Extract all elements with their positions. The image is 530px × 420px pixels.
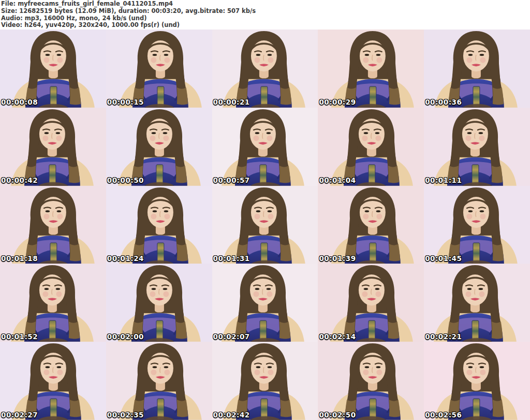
- timestamp-overlay: 00:00:29: [319, 99, 356, 106]
- person-figure: [435, 31, 518, 108]
- eye-left: [46, 210, 50, 212]
- webcam-frame-illustration: [0, 108, 106, 186]
- video-thumbnail: 00:00:42: [0, 108, 106, 186]
- timestamp-overlay: 00:02:50: [319, 412, 356, 419]
- cheek-right: [267, 292, 272, 297]
- hair-tips-right: [69, 322, 80, 339]
- cheek-left: [253, 135, 259, 141]
- timestamp-overlay: 00:01:04: [319, 177, 356, 184]
- video-thumbnail: 00:02:07: [212, 264, 318, 342]
- timestamp-overlay: 00:00:42: [1, 177, 38, 184]
- thumbnail-grid: 00:00:08: [0, 30, 530, 420]
- cheek-right: [377, 57, 382, 63]
- hair-tips-right: [492, 166, 503, 183]
- webcam-frame-illustration: [318, 264, 424, 342]
- person-figure: [330, 109, 413, 186]
- cheek-left: [363, 370, 369, 375]
- person-figure: [434, 109, 517, 186]
- media-info-header: File: myfreecams_fruits_girl_female_0411…: [0, 0, 530, 30]
- webcam-frame-illustration: [106, 186, 212, 264]
- hair-tips-right: [388, 322, 399, 339]
- cheek-right: [163, 292, 169, 297]
- timestamp-overlay: 00:01:24: [107, 255, 144, 263]
- eye-left: [46, 366, 50, 368]
- cheek-left: [363, 213, 369, 219]
- video-thumbnail: 00:02:00: [106, 264, 212, 342]
- cheek-right: [268, 57, 273, 63]
- timestamp-overlay: 00:01:11: [425, 177, 462, 184]
- hair-tips-right: [70, 243, 81, 260]
- person-figure: [435, 343, 518, 420]
- eye-left: [468, 54, 473, 56]
- cheek-left: [150, 292, 155, 297]
- hair-tips-right: [279, 166, 290, 183]
- hair-tips-right: [389, 243, 400, 260]
- eye-right: [164, 210, 168, 212]
- person-figure: [435, 187, 518, 264]
- eye-right: [56, 132, 61, 134]
- hair-tips-right: [389, 400, 400, 417]
- eye-left: [468, 366, 473, 368]
- cheek-right: [377, 213, 382, 219]
- person-figure: [12, 31, 95, 108]
- video-thumbnail: 00:01:18: [0, 186, 106, 264]
- eye-right: [376, 366, 381, 368]
- webcam-frame-illustration: [318, 186, 424, 264]
- video-info-line: Video: h264, yuv420p, 320x240, 1000.00 f…: [1, 22, 530, 29]
- webcam-frame-illustration: [212, 186, 318, 264]
- eye-left: [256, 366, 260, 368]
- eye-left: [364, 288, 369, 290]
- eye-right: [480, 210, 484, 212]
- eye-right: [267, 366, 272, 368]
- eye-left: [152, 366, 157, 368]
- timestamp-overlay: 00:02:07: [213, 334, 250, 341]
- hair-tips-right: [176, 322, 187, 339]
- video-thumbnail: 00:01:04: [318, 108, 424, 186]
- eye-right: [163, 132, 167, 134]
- person-figure: [331, 187, 414, 264]
- cheek-left: [151, 57, 156, 63]
- timestamp-overlay: 00:00:15: [107, 99, 144, 106]
- hair-tips-right: [176, 166, 187, 183]
- video-thumbnail: 00:01:31: [212, 186, 318, 264]
- eye-left: [364, 132, 369, 134]
- cheek-right: [164, 213, 170, 219]
- cheek-left: [151, 213, 156, 219]
- eye-left: [365, 54, 370, 56]
- eye-right: [375, 288, 380, 290]
- cheek-right: [376, 292, 381, 297]
- eye-right: [480, 366, 484, 368]
- hair-tips-right: [280, 243, 291, 260]
- video-thumbnail: 00:01:24: [106, 186, 212, 264]
- eye-left: [365, 366, 370, 368]
- video-thumbnail: 00:02:21: [424, 264, 530, 342]
- audio-info-line: Audio: mp3, 16000 Hz, mono, 24 kb/s (und…: [1, 15, 530, 22]
- person-figure: [12, 187, 95, 264]
- eye-left: [255, 132, 259, 134]
- hair-tips-right: [388, 166, 399, 183]
- timestamp-overlay: 00:00:57: [213, 177, 250, 184]
- video-thumbnail: 00:02:56: [424, 342, 530, 420]
- eye-left: [151, 132, 156, 134]
- eye-right: [163, 288, 167, 290]
- cheek-right: [480, 57, 486, 63]
- cheek-left: [362, 292, 368, 297]
- cheek-right: [163, 135, 169, 141]
- video-thumbnail: 00:02:35: [106, 342, 212, 420]
- video-thumbnail: 00:02:14: [318, 264, 424, 342]
- timestamp-overlay: 00:01:18: [1, 255, 38, 263]
- cheek-right: [268, 213, 273, 219]
- hair-tips-right: [280, 88, 291, 105]
- person-figure: [12, 343, 95, 420]
- webcam-frame-illustration: [318, 30, 424, 108]
- person-figure: [118, 109, 201, 186]
- webcam-frame-illustration: [106, 30, 212, 108]
- timestamp-overlay: 00:00:36: [425, 99, 462, 106]
- cheek-right: [480, 213, 486, 219]
- webcam-frame-illustration: [106, 264, 212, 342]
- webcam-frame-illustration: [318, 108, 424, 186]
- person-figure: [223, 187, 305, 264]
- hair-tips-right: [492, 322, 503, 339]
- cheek-left: [42, 135, 48, 141]
- cheek-right: [267, 135, 272, 141]
